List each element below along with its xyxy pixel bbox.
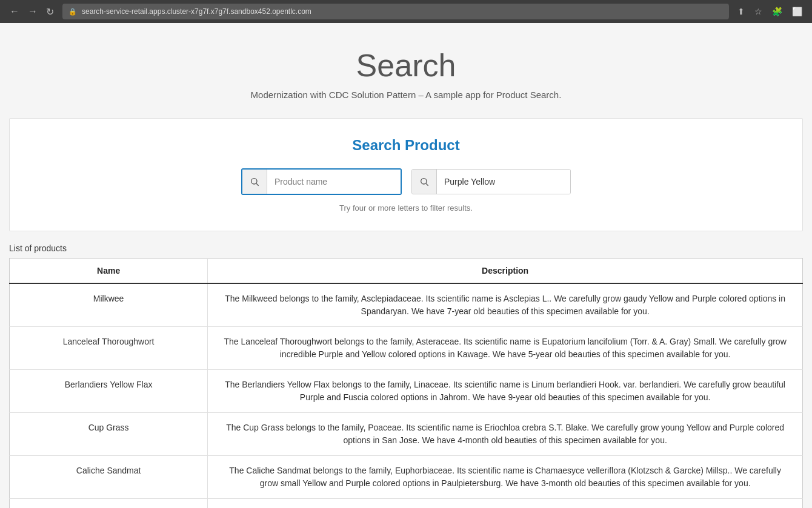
search-inputs-container (10, 168, 802, 195)
product-name-cell: Pavpave Lousewort (10, 499, 208, 509)
name-search-icon-btn[interactable] (242, 170, 267, 194)
table-row: Lanceleaf ThoroughwortThe Lanceleaf Thor… (10, 327, 803, 370)
list-label: List of products (9, 243, 803, 253)
name-column-header: Name (10, 259, 208, 284)
browser-nav[interactable]: ← → ↻ (7, 5, 56, 19)
svg-line-3 (426, 183, 428, 186)
page-title: Search (0, 47, 812, 84)
color-input[interactable] (437, 170, 570, 194)
share-button[interactable]: ⬆ (735, 5, 747, 18)
product-description-cell: The Lanceleaf Thoroughwort belongs to th… (208, 327, 803, 370)
table-row: MilkweeThe Milkweed belongs to the famil… (10, 283, 803, 327)
browser-action-buttons: ⬆ ☆ 🧩 ⬜ (735, 5, 805, 18)
svg-line-1 (256, 183, 259, 186)
product-description-cell: The Milkweed belongs to the family, Ascl… (208, 283, 803, 327)
table-row: Cup GrassThe Cup Grass belongs to the fa… (10, 413, 803, 456)
search-section-title: Search Product (10, 137, 802, 154)
table-header-row: Name Description (10, 259, 803, 284)
forward-button[interactable]: → (25, 5, 40, 18)
page-header: Search Modernization with CDC Solution P… (0, 47, 812, 100)
search-icon-2 (419, 177, 429, 186)
product-description-cell: The Pavpave Lousewort belongs to the fam… (208, 499, 803, 509)
product-description-cell: The Caliche Sandmat belongs to the famil… (208, 456, 803, 499)
extension-button[interactable]: 🧩 (770, 5, 785, 18)
table-row: Berlandiers Yellow FlaxThe Berlandiers Y… (10, 370, 803, 413)
product-name-cell: Berlandiers Yellow Flax (10, 370, 208, 413)
address-bar[interactable]: 🔒 search-service-retail.apps.cluster-x7g… (62, 4, 729, 19)
search-hint: Try four or more letters to filter resul… (10, 203, 802, 213)
back-button[interactable]: ← (7, 5, 22, 18)
svg-point-2 (421, 179, 427, 184)
color-search-icon-btn[interactable] (412, 170, 437, 194)
page-subtitle: Modernization with CDC Solution Pattern … (0, 90, 812, 100)
table-body: MilkweeThe Milkweed belongs to the famil… (10, 283, 803, 508)
name-search-group (241, 168, 402, 195)
color-search-group (411, 169, 571, 194)
table-row: Caliche SandmatThe Caliche Sandmat belon… (10, 456, 803, 499)
product-name-cell: Cup Grass (10, 413, 208, 456)
product-description-cell: The Berlandiers Yellow Flax belongs to t… (208, 370, 803, 413)
browser-chrome: ← → ↻ 🔒 search-service-retail.apps.clust… (0, 0, 812, 23)
search-section: Search Product (9, 118, 803, 231)
bookmark-button[interactable]: ☆ (752, 5, 765, 18)
product-name-cell: Lanceleaf Thoroughwort (10, 327, 208, 370)
page-wrapper: Search Modernization with CDC Solution P… (0, 23, 812, 508)
url-text: search-service-retail.apps.cluster-x7g7f… (82, 7, 311, 16)
product-name-cell: Caliche Sandmat (10, 456, 208, 499)
products-section: List of products Name Description Milkwe… (9, 243, 803, 508)
product-name-cell: Milkwee (10, 283, 208, 327)
description-column-header: Description (208, 259, 803, 284)
reload-button[interactable]: ↻ (44, 5, 56, 19)
product-name-input[interactable] (267, 170, 401, 194)
search-icon (250, 177, 259, 186)
lock-icon: 🔒 (68, 8, 77, 16)
table-row: Pavpave LousewortThe Pavpave Lousewort b… (10, 499, 803, 509)
products-table: Name Description MilkweeThe Milkweed bel… (9, 258, 803, 508)
svg-point-0 (251, 179, 257, 184)
product-description-cell: The Cup Grass belongs to the family, Poa… (208, 413, 803, 456)
tab-button[interactable]: ⬜ (790, 5, 805, 18)
